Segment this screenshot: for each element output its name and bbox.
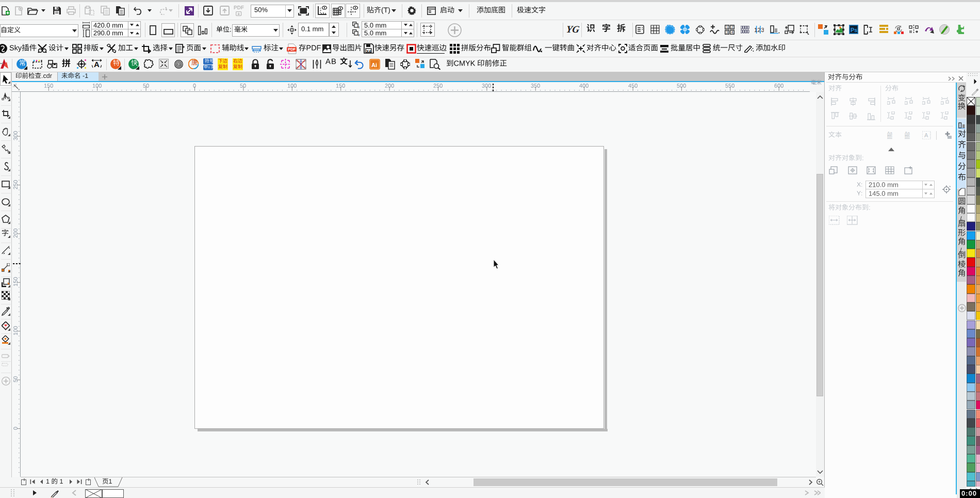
svg-text:1: 1 bbox=[726, 25, 728, 29]
svg-text:y: y bbox=[358, 33, 360, 36]
svg-text:3: 3 bbox=[726, 30, 728, 34]
svg-text:2: 2 bbox=[757, 27, 760, 33]
svg-text:A: A bbox=[94, 60, 100, 69]
svg-text:Ps: Ps bbox=[851, 27, 857, 33]
svg-text:PDF: PDF bbox=[288, 47, 296, 52]
svg-text:A: A bbox=[924, 132, 928, 138]
svg-text:4: 4 bbox=[731, 30, 733, 34]
svg-text:X4: X4 bbox=[366, 49, 371, 54]
svg-text:2: 2 bbox=[731, 25, 733, 29]
svg-text:Ai: Ai bbox=[371, 62, 377, 68]
svg-text:3: 3 bbox=[761, 27, 764, 33]
svg-text:x: x bbox=[358, 25, 360, 28]
